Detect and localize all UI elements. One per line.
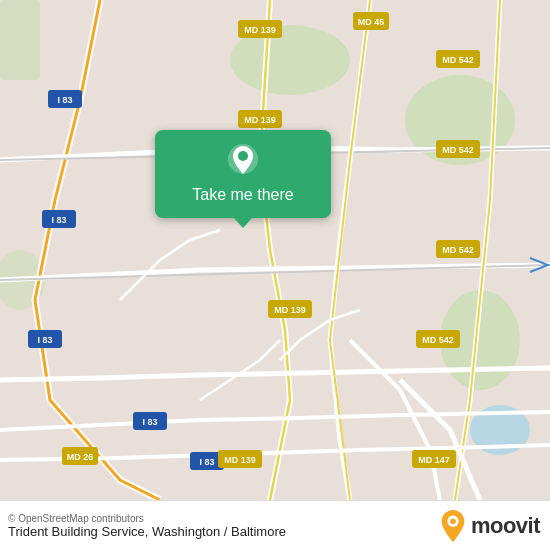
svg-text:I 83: I 83	[57, 95, 72, 105]
svg-text:I 83: I 83	[51, 215, 66, 225]
svg-text:MD 139: MD 139	[244, 115, 276, 125]
svg-text:I 83: I 83	[37, 335, 52, 345]
svg-rect-5	[0, 0, 40, 80]
svg-text:MD 147: MD 147	[418, 455, 450, 465]
take-me-there-popup[interactable]: Take me there	[155, 130, 331, 218]
svg-text:MD 139: MD 139	[224, 455, 256, 465]
svg-text:MD 26: MD 26	[67, 452, 94, 462]
svg-text:MD 542: MD 542	[442, 245, 474, 255]
svg-text:MD 542: MD 542	[442, 145, 474, 155]
svg-text:MD 139: MD 139	[274, 305, 306, 315]
moovit-logo: moovit	[439, 509, 540, 543]
map-container: I 83 I 83 I 83 I 83 I 83 MD 139 MD 139 M…	[0, 0, 550, 500]
svg-text:I 83: I 83	[199, 457, 214, 467]
bottom-bar: © OpenStreetMap contributors Trident Bui…	[0, 500, 550, 550]
location-text: Trident Building Service, Washington / B…	[8, 524, 286, 539]
moovit-logo-text: moovit	[471, 513, 540, 539]
svg-text:MD 542: MD 542	[442, 55, 474, 65]
copyright-text: © OpenStreetMap contributors	[8, 513, 286, 524]
popup-label: Take me there	[192, 186, 293, 204]
svg-point-40	[238, 151, 248, 161]
svg-text:MD 45: MD 45	[358, 17, 385, 27]
bottom-left-info: © OpenStreetMap contributors Trident Bui…	[8, 513, 286, 539]
location-pin-icon	[224, 142, 262, 180]
svg-text:MD 139: MD 139	[244, 25, 276, 35]
moovit-pin-icon	[439, 509, 467, 543]
svg-text:MD 542: MD 542	[422, 335, 454, 345]
svg-text:I 83: I 83	[142, 417, 157, 427]
svg-point-42	[450, 518, 456, 524]
